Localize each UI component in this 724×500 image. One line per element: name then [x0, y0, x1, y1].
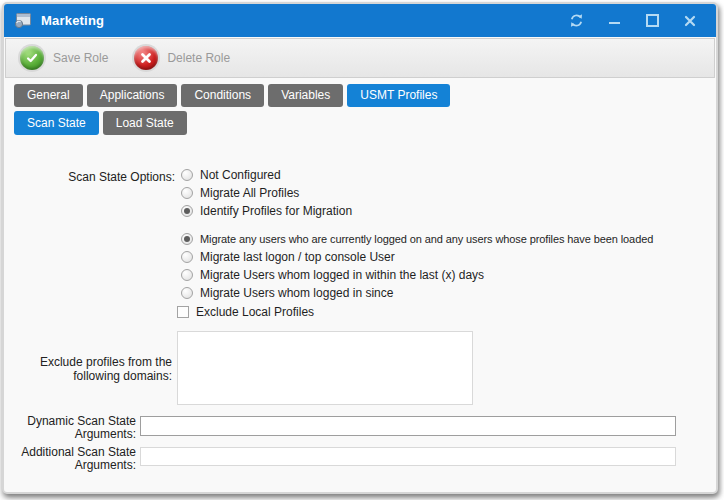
radio-migrate-all-profiles[interactable]: Migrate All Profiles	[181, 184, 352, 202]
tab-applications[interactable]: Applications	[87, 84, 178, 107]
green-check-circle-icon	[20, 46, 44, 70]
tab-load-state[interactable]: Load State	[103, 111, 187, 135]
close-icon[interactable]	[682, 13, 698, 29]
radio-button[interactable]	[181, 233, 193, 245]
refresh-icon[interactable]	[568, 13, 584, 29]
exclude-local-profiles-checkbox-row[interactable]: Exclude Local Profiles	[177, 303, 314, 321]
radio-migrate-logged-on-users[interactable]: Migrate any users who are currently logg…	[181, 230, 653, 248]
radio-label: Migrate Users whom logged in since	[200, 286, 393, 300]
tab-variables[interactable]: Variables	[268, 84, 343, 107]
tab-general[interactable]: General	[14, 84, 83, 107]
radio-label: Migrate last logon / top console User	[200, 250, 395, 264]
dynamic-args-input[interactable]	[140, 416, 676, 436]
exclude-domains-label-line2: following domains:	[4, 369, 172, 383]
radio-not-configured[interactable]: Not Configured	[181, 166, 352, 184]
minimize-icon[interactable]	[606, 13, 622, 29]
toolbar: Save Role Delete Role	[5, 38, 715, 78]
dynamic-args-label: Dynamic Scan State Arguments:	[4, 415, 136, 441]
dialog-window: Marketing	[2, 2, 718, 494]
radio-label: Not Configured	[200, 168, 281, 182]
exclude-domains-label: Exclude profiles from the following doma…	[4, 355, 172, 383]
titlebar-controls	[568, 13, 706, 29]
additional-args-label-line2: Arguments:	[4, 459, 136, 472]
checkbox[interactable]	[177, 306, 189, 318]
checkbox-label: Exclude Local Profiles	[196, 305, 314, 319]
radio-identify-profiles[interactable]: Identify Profiles for Migration	[181, 202, 352, 220]
additional-args-input[interactable]	[140, 447, 676, 466]
radio-button[interactable]	[181, 187, 193, 199]
delete-role-label: Delete Role	[167, 51, 230, 65]
maximize-icon[interactable]	[644, 13, 660, 29]
app-window-icon	[14, 12, 33, 29]
exclude-domains-label-line1: Exclude profiles from the	[4, 355, 172, 369]
main-tabs: General Applications Conditions Variable…	[14, 84, 450, 107]
migration-mode-group: Migrate any users who are currently logg…	[181, 230, 653, 302]
scan-state-options-group: Not Configured Migrate All Profiles Iden…	[181, 166, 352, 220]
titlebar: Marketing	[4, 4, 716, 37]
tab-scan-state[interactable]: Scan State	[14, 111, 99, 135]
radio-label: Migrate any users who are currently logg…	[200, 233, 653, 245]
save-role-button[interactable]: Save Role	[20, 46, 108, 70]
additional-args-label: Additional Scan State Arguments:	[4, 446, 136, 472]
sub-tabs: Scan State Load State	[14, 111, 187, 135]
delete-role-button[interactable]: Delete Role	[134, 46, 230, 70]
radio-migrate-last-x-days[interactable]: Migrate Users whom logged in within the …	[181, 266, 653, 284]
dynamic-args-label-line2: Arguments:	[4, 428, 136, 441]
radio-migrate-last-logon[interactable]: Migrate last logon / top console User	[181, 248, 653, 266]
scan-state-options-label: Scan State Options:	[4, 171, 175, 184]
radio-button[interactable]	[181, 269, 193, 281]
radio-button[interactable]	[181, 169, 193, 181]
tab-usmt-profiles[interactable]: USMT Profiles	[347, 84, 450, 107]
exclude-local-profiles-row: Exclude Local Profiles	[177, 303, 314, 321]
radio-label: Migrate All Profiles	[200, 186, 299, 200]
red-x-circle-icon	[134, 46, 158, 70]
exclude-domains-textarea[interactable]	[177, 331, 473, 405]
tab-conditions[interactable]: Conditions	[181, 84, 264, 107]
radio-migrate-since[interactable]: Migrate Users whom logged in since	[181, 284, 653, 302]
radio-label: Identify Profiles for Migration	[200, 204, 352, 218]
save-role-label: Save Role	[53, 51, 108, 65]
radio-button[interactable]	[181, 251, 193, 263]
window-title: Marketing	[41, 13, 104, 28]
radio-button[interactable]	[181, 287, 193, 299]
radio-button[interactable]	[181, 205, 193, 217]
radio-label: Migrate Users whom logged in within the …	[200, 268, 484, 282]
